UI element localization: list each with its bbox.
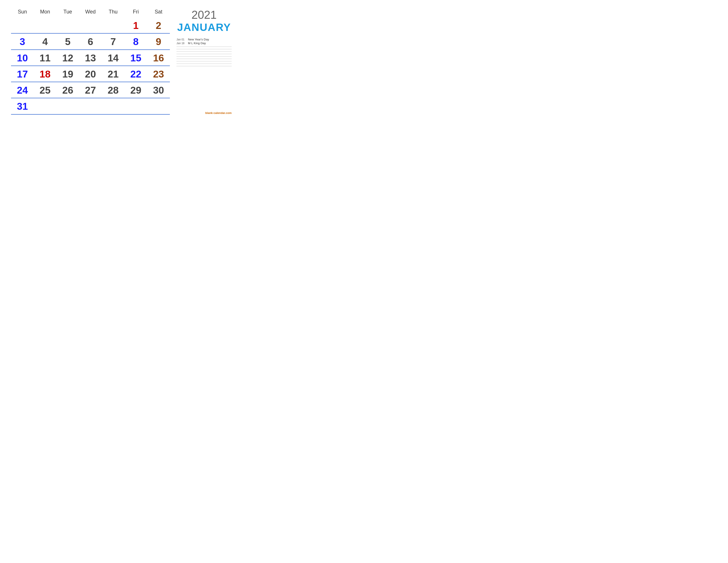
note-date-part — [176, 49, 189, 49]
month-label: JANUARY — [176, 21, 232, 33]
note-line-pair — [176, 52, 232, 54]
day-cell: 9 — [147, 35, 170, 48]
week-row-3: 17181920212223 — [11, 66, 170, 82]
calendar-container: SunMonTueWedThuFriSat 123456789101112131… — [11, 9, 232, 115]
note-line-pair — [176, 59, 232, 61]
note-text-part — [191, 63, 232, 64]
website-label: blank-calendar.com — [176, 109, 232, 115]
weeks-container: 1234567891011121314151617181920212223242… — [11, 17, 170, 115]
notes-section: Jan 01New Year's DayJan 18M L King Day b… — [176, 38, 232, 114]
note-line-pair — [176, 64, 232, 66]
day-header-mon: Mon — [34, 9, 56, 16]
day-cell — [56, 100, 79, 113]
note-text-part — [191, 58, 232, 59]
notes-lines — [176, 45, 232, 109]
day-cell: 17 — [11, 68, 34, 80]
week-row-4: 24252627282930 — [11, 82, 170, 98]
day-cell: 22 — [124, 68, 147, 80]
note-date-part — [176, 63, 189, 64]
day-cell: 24 — [11, 84, 34, 96]
note-text-part — [191, 56, 232, 56]
holiday-name: M L King Day — [188, 41, 232, 45]
week-row-0: 12 — [11, 17, 170, 34]
day-cell — [124, 100, 147, 113]
day-cell: 3 — [11, 35, 34, 48]
note-text-part — [191, 66, 232, 66]
holiday-date: Jan 01 — [176, 38, 186, 41]
week-row-2: 10111213141516 — [11, 50, 170, 66]
day-cell: 26 — [56, 84, 79, 96]
note-text-part — [191, 49, 232, 49]
note-line-pair — [176, 54, 232, 56]
day-cell — [11, 19, 34, 32]
day-cell: 31 — [11, 100, 34, 113]
day-cell — [102, 100, 124, 113]
day-cell — [147, 100, 170, 113]
day-cell: 28 — [102, 84, 124, 96]
day-cell — [34, 100, 56, 113]
day-header-fri: Fri — [124, 9, 147, 16]
day-cell: 10 — [11, 52, 34, 64]
day-cell: 1 — [124, 19, 147, 32]
holiday-name: New Year's Day — [188, 38, 232, 41]
day-cell: 29 — [124, 84, 147, 96]
note-date-part — [176, 66, 189, 66]
day-cell: 13 — [79, 52, 102, 64]
day-cell — [102, 19, 124, 32]
day-cell: 2 — [147, 19, 170, 32]
note-line-pair — [176, 61, 232, 64]
day-cell: 7 — [102, 35, 124, 48]
day-cell: 27 — [79, 84, 102, 96]
day-cell: 25 — [34, 84, 56, 96]
day-header-sat: Sat — [147, 9, 170, 16]
day-cell: 8 — [124, 35, 147, 48]
day-cell: 23 — [147, 68, 170, 80]
holidays-block: Jan 01New Year's DayJan 18M L King Day — [176, 38, 232, 45]
day-cell — [79, 19, 102, 32]
holiday-entry: Jan 18M L King Day — [176, 41, 232, 45]
day-cell — [34, 19, 56, 32]
day-cell: 6 — [79, 35, 102, 48]
day-cell: 11 — [34, 52, 56, 64]
year-label: 2021 — [176, 9, 232, 21]
day-cell: 20 — [79, 68, 102, 80]
day-cell: 15 — [124, 52, 147, 64]
day-headers: SunMonTueWedThuFriSat — [11, 9, 170, 16]
calendar-grid: SunMonTueWedThuFriSat 123456789101112131… — [11, 9, 170, 115]
note-line-pair — [176, 47, 232, 49]
week-row-5: 31 — [11, 98, 170, 114]
note-date-part — [176, 56, 189, 56]
note-line-pair — [176, 49, 232, 52]
day-cell: 19 — [56, 68, 79, 80]
holiday-date: Jan 18 — [176, 42, 186, 45]
day-cell: 30 — [147, 84, 170, 96]
day-cell: 4 — [34, 35, 56, 48]
day-cell — [79, 100, 102, 113]
day-cell: 14 — [102, 52, 124, 64]
day-header-tue: Tue — [56, 9, 79, 16]
day-header-sun: Sun — [11, 9, 34, 16]
day-cell: 18 — [34, 68, 56, 80]
day-cell: 12 — [56, 52, 79, 64]
day-cell: 21 — [102, 68, 124, 80]
note-text-part — [191, 54, 232, 54]
day-header-wed: Wed — [79, 9, 102, 16]
right-panel: 2021 JANUARY Jan 01New Year's DayJan 18M… — [170, 9, 232, 115]
day-header-thu: Thu — [102, 9, 124, 16]
day-cell: 5 — [56, 35, 79, 48]
week-row-1: 3456789 — [11, 34, 170, 50]
holiday-entry: Jan 01New Year's Day — [176, 38, 232, 41]
day-cell — [56, 19, 79, 32]
note-date-part — [176, 58, 189, 59]
note-date-part — [176, 54, 189, 54]
day-cell: 16 — [147, 52, 170, 64]
note-line-pair — [176, 56, 232, 59]
